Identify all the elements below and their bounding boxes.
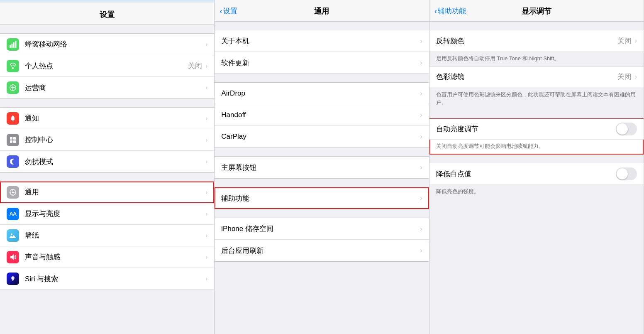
svg-marker-18 [10,254,14,260]
wallpaper-chevron: › [205,232,207,239]
cellular-icon [7,38,19,51]
carrier-label: 运营商 [25,83,205,93]
row-carplay[interactable]: CarPlay › [215,126,429,147]
back-chevron-icon2: ‹ [434,6,437,16]
about-label: 关于本机 [221,36,420,46]
svg-point-19 [12,277,14,279]
row-carrier[interactable]: 运营商 › [0,77,214,98]
row-color-filter[interactable]: 色彩滤镜 关闭 › [429,66,644,87]
panel2-group5: iPhone 储存空间 › 后台应用刷新 › [215,218,429,262]
row-reduce-white-point[interactable]: 降低白点值 [429,163,644,184]
notifications-chevron: › [205,115,207,122]
panel3-title: 显示调节 [522,6,551,16]
panel3-group4: 降低白点值 [429,163,644,184]
panel3-back[interactable]: ‹ 辅助功能 [434,6,466,16]
panel-settings: 设置 蜂窝移动网络 › 个人热点 关闭 › [0,0,215,334]
dnd-label: 勿扰模式 [25,157,205,167]
panel3-body: 反转颜色 关闭 › 启用反转颜色将自动停用 True Tone 和 Night … [429,22,644,334]
row-display-brightness[interactable]: AA 显示与亮度 › [0,203,214,225]
cellular-chevron: › [205,41,207,48]
color-filter-value: 关闭 [617,72,632,81]
home-button-label: 主屏幕按钮 [221,163,420,172]
panel3-back-label: 辅助功能 [438,6,466,16]
hotspot-icon [7,60,19,72]
row-iphone-storage[interactable]: iPhone 储存空间 › [215,218,429,240]
svg-point-13 [12,190,13,191]
toggle-knob2 [617,168,628,179]
display-brightness-label: 显示与亮度 [25,209,205,219]
panel3-header: ‹ 辅助功能 显示调节 [429,0,644,22]
row-dnd[interactable]: 勿扰模式 › [0,151,214,172]
hotspot-value: 关闭 [188,61,202,71]
row-wallpaper[interactable]: 墙纸 › [0,225,214,246]
row-handoff[interactable]: Handoff › [215,104,429,126]
invert-colors-value: 关闭 [617,36,632,46]
wallpaper-icon [7,229,19,242]
svg-point-16 [15,192,15,193]
sound-icon [7,251,19,263]
panel1-group1: 蜂窝移动网络 › 个人热点 关闭 › 运营商 › [0,33,214,99]
back-chevron-icon: ‹ [220,6,222,16]
panel2-body: 关于本机 › 软件更新 › AirDrop › Handoff › CarPla… [215,22,429,334]
handoff-label: Handoff [221,111,420,119]
sound-chevron: › [205,253,207,261]
general-icon [7,186,19,199]
iphone-storage-label: iPhone 储存空间 [221,224,420,233]
siri-label: Siri 与搜索 [25,274,205,284]
iphone-storage-chevron: › [420,225,422,233]
svg-rect-9 [10,140,12,143]
svg-rect-0 [10,45,11,48]
accessibility-label: 辅助功能 [221,194,420,203]
carrier-icon [7,81,19,94]
row-cellular[interactable]: 蜂窝移动网络 › [0,34,214,55]
svg-point-15 [10,192,11,193]
row-background-refresh[interactable]: 后台应用刷新 › [215,240,429,261]
general-chevron: › [205,189,207,196]
panel2-group1: 关于本机 › 软件更新 › [215,30,429,74]
panel2-title: 通用 [314,6,329,16]
row-control-center[interactable]: 控制中心 › [0,129,214,151]
dnd-chevron: › [205,158,207,165]
row-general[interactable]: 通用 › [0,182,214,203]
panel3-auto-brightness-group: 自动亮度调节 关闭自动亮度调节可能会影响电池续航能力。 [429,118,644,155]
invert-colors-label: 反转颜色 [436,36,617,46]
row-accessibility[interactable]: 辅助功能 › [215,187,429,209]
row-notifications[interactable]: 通知 › [0,108,214,129]
panel3-group2: 色彩滤镜 关闭 › [429,66,644,87]
panel1-group3: 通用 › AA 显示与亮度 › 墙纸 › 声音与触感 › [0,181,214,290]
row-hotspot[interactable]: 个人热点 关闭 › [0,55,214,77]
handoff-chevron: › [420,111,422,119]
about-chevron: › [420,37,422,45]
panel2-back[interactable]: ‹ 设置 [220,6,237,16]
carplay-label: CarPlay [221,133,420,141]
svg-rect-10 [13,140,16,143]
row-auto-brightness[interactable]: 自动亮度调节 [429,119,644,140]
panel1-title: 设置 [100,10,115,20]
auto-brightness-desc: 关闭自动亮度调节可能会影响电池续航能力。 [429,140,644,155]
row-software-update[interactable]: 软件更新 › [215,52,429,74]
row-home-button[interactable]: 主屏幕按钮 › [215,157,429,178]
svg-point-4 [12,67,14,69]
general-label: 通用 [25,187,205,197]
row-about[interactable]: 关于本机 › [215,30,429,52]
carrier-chevron: › [205,84,207,91]
svg-rect-1 [12,44,13,48]
auto-brightness-label: 自动亮度调节 [436,124,616,134]
auto-brightness-toggle[interactable] [616,123,637,135]
row-sound[interactable]: 声音与触感 › [0,246,214,268]
svg-rect-6 [12,120,14,121]
sound-label: 声音与触感 [25,252,205,262]
reduce-white-point-desc: 降低亮色的强度。 [429,184,644,199]
row-invert-colors[interactable]: 反转颜色 关闭 › [429,30,644,51]
row-siri[interactable]: Siri 与搜索 › [0,268,214,290]
reduce-white-point-toggle[interactable] [616,167,637,180]
wallpaper-label: 墙纸 [25,231,205,240]
svg-point-14 [12,194,13,195]
display-brightness-icon: AA [7,208,19,220]
row-airdrop[interactable]: AirDrop › [215,83,429,104]
dnd-icon [7,155,19,168]
panel2-header: ‹ 设置 通用 [215,0,429,22]
panel3-group1: 反转颜色 关闭 › [429,30,644,51]
svg-rect-7 [10,137,12,140]
svg-rect-3 [15,41,17,48]
